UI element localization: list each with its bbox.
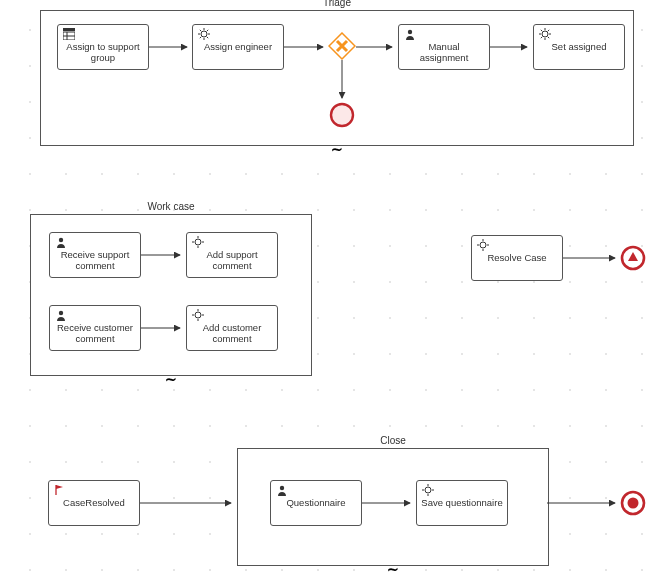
flow-arrow	[141, 321, 186, 335]
user-icon	[404, 28, 416, 40]
event-case-resolved[interactable]: CaseResolved	[48, 480, 140, 526]
task-add-customer-comment[interactable]: Add customer comment	[186, 305, 278, 351]
task-label: Receive customer comment	[57, 322, 133, 344]
user-icon	[276, 484, 288, 496]
flow-arrow	[140, 496, 237, 510]
ad-hoc-marker-icon: ∼	[165, 371, 177, 387]
svg-line-10	[207, 37, 208, 38]
signal-flag-icon	[54, 484, 66, 496]
svg-point-30	[59, 238, 63, 242]
task-save-questionnaire[interactable]: Save questionnaire	[416, 480, 508, 526]
task-manual-assignment[interactable]: Manual assignment	[398, 24, 490, 70]
flow-arrow	[547, 496, 621, 510]
task-label: Add customer comment	[203, 322, 262, 344]
svg-line-23	[548, 30, 549, 31]
task-label: Add support comment	[206, 249, 257, 271]
task-set-assigned[interactable]: Set assigned	[533, 24, 625, 70]
task-questionnaire[interactable]: Questionnaire	[270, 480, 362, 526]
user-icon	[55, 309, 67, 321]
svg-point-44	[480, 242, 486, 248]
flow-arrow	[335, 60, 349, 104]
svg-point-31	[195, 239, 201, 245]
gear-icon	[192, 309, 204, 321]
task-label: Receive support comment	[61, 249, 130, 271]
svg-point-52	[280, 486, 284, 490]
svg-line-12	[207, 30, 208, 31]
svg-line-21	[548, 37, 549, 38]
bpmn-canvas: Triage ∼ Assign to support group Assign …	[0, 0, 671, 578]
svg-point-24	[331, 104, 353, 126]
exclusive-gateway[interactable]	[328, 32, 356, 60]
gear-icon	[422, 484, 434, 496]
task-resolve-case[interactable]: Resolve Case	[471, 235, 563, 281]
svg-point-59	[628, 498, 639, 509]
flow-arrow	[284, 40, 329, 54]
flow-arrow	[141, 248, 186, 262]
task-label: Save questionnaire	[421, 497, 502, 508]
flow-arrow	[563, 251, 621, 265]
subprocess-title: Triage	[323, 0, 351, 8]
task-label: Assign to support group	[66, 41, 139, 63]
gear-icon	[192, 236, 204, 248]
subprocess-title: Close	[380, 435, 406, 446]
svg-point-36	[59, 311, 63, 315]
task-label: Set assigned	[552, 41, 607, 52]
task-receive-support-comment[interactable]: Receive support comment	[49, 232, 141, 278]
end-event-terminate[interactable]	[329, 102, 355, 128]
task-assign-to-support-group[interactable]: Assign to support group	[57, 24, 149, 70]
gear-icon	[539, 28, 551, 40]
business-rule-icon	[63, 28, 75, 40]
flow-arrow	[149, 40, 192, 54]
end-event-signal[interactable]	[620, 245, 646, 271]
ad-hoc-marker-icon: ∼	[387, 561, 399, 577]
user-icon	[55, 236, 67, 248]
task-label: Questionnaire	[286, 497, 345, 508]
svg-point-37	[195, 312, 201, 318]
event-label: CaseResolved	[63, 497, 125, 508]
svg-point-4	[201, 31, 207, 37]
svg-line-9	[200, 30, 201, 31]
subprocess-title: Work case	[147, 201, 194, 212]
gear-icon	[477, 239, 489, 251]
task-label: Resolve Case	[487, 252, 546, 263]
svg-rect-0	[63, 28, 75, 31]
gear-icon	[198, 28, 210, 40]
flow-arrow	[490, 40, 533, 54]
svg-line-11	[200, 37, 201, 38]
task-assign-engineer[interactable]: Assign engineer	[192, 24, 284, 70]
ad-hoc-marker-icon: ∼	[331, 141, 343, 157]
task-label: Manual assignment	[420, 41, 469, 63]
task-label: Assign engineer	[204, 41, 272, 52]
svg-point-14	[408, 30, 412, 34]
task-add-support-comment[interactable]: Add support comment	[186, 232, 278, 278]
flow-arrow	[356, 40, 398, 54]
svg-point-53	[425, 487, 431, 493]
flow-arrow	[362, 496, 416, 510]
svg-line-22	[541, 37, 542, 38]
end-event-terminate[interactable]	[620, 490, 646, 516]
task-receive-customer-comment[interactable]: Receive customer comment	[49, 305, 141, 351]
svg-point-15	[542, 31, 548, 37]
svg-line-20	[541, 30, 542, 31]
